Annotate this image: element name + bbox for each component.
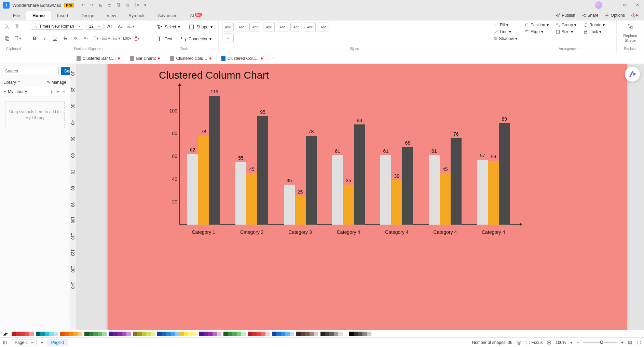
color-swatch[interactable] [320,332,325,336]
style-preset[interactable]: Abc [290,23,302,31]
color-swatch[interactable] [133,332,137,336]
bar[interactable]: 78 [306,136,317,225]
color-swatch[interactable] [102,332,107,336]
replace-shape-label[interactable]: Replace Shape [620,34,640,42]
color-swatch[interactable] [118,332,122,336]
color-swatch[interactable] [252,332,257,336]
font-size-select[interactable]: 12 [86,23,104,30]
menu-tab-symbols[interactable]: Symbols [122,11,152,20]
color-swatch[interactable] [20,332,25,336]
bar[interactable]: 39 [391,180,402,225]
color-swatch[interactable] [296,332,301,336]
color-swatch[interactable] [261,332,265,336]
bold-icon[interactable]: B [31,35,38,42]
color-swatch[interactable] [276,332,281,336]
bar[interactable]: 78 [198,136,209,225]
color-swatch[interactable] [285,332,290,336]
menu-tab-advanced[interactable]: Advanced [152,11,184,20]
color-swatch[interactable] [305,332,310,336]
color-swatch[interactable] [142,332,146,336]
color-swatch[interactable] [354,332,358,336]
color-swatch[interactable] [25,332,29,336]
color-swatch[interactable] [137,332,142,336]
doc-tab[interactable]: Clustered Colu… [165,53,216,64]
color-swatch[interactable] [281,332,285,336]
fit-page-icon[interactable] [628,340,632,345]
align-button[interactable]: Align▾ [524,29,549,34]
maximize-icon[interactable]: ▭ [623,2,628,8]
bar[interactable]: 61 [380,155,391,225]
color-swatch[interactable] [84,332,89,336]
lock-button[interactable]: Lock▾ [583,29,605,34]
color-swatch[interactable] [89,332,93,336]
pages-panel-icon[interactable] [3,340,8,345]
italic-icon[interactable]: I [41,35,49,42]
bar[interactable]: 113 [209,96,220,225]
copy-icon[interactable] [3,35,11,42]
color-swatch[interactable] [45,332,49,336]
cut-icon[interactable] [3,23,11,30]
color-swatch[interactable] [162,332,166,336]
format-painter-icon[interactable] [14,23,21,30]
font-color-icon[interactable]: A▾ [133,35,141,42]
paste-icon[interactable]: ▾ [14,35,21,42]
mylib-import-icon[interactable]: ⭳ [49,89,54,94]
color-swatch[interactable] [60,332,65,336]
zoom-out-icon[interactable]: − [576,340,579,345]
color-swatch[interactable] [223,332,228,336]
bar[interactable]: 62 [187,154,198,225]
style-preset[interactable]: Abc [236,23,247,31]
color-swatch[interactable] [179,332,184,336]
bar[interactable]: 57 [477,160,488,225]
focus-button[interactable]: Focus [525,340,543,345]
line-spacing-icon[interactable]: ▾ [102,35,110,42]
bar[interactable]: 68 [402,147,413,225]
chart-page[interactable]: Clustered Column Chart 20406080100 62781… [108,59,627,330]
color-swatch[interactable] [12,332,16,336]
color-swatch[interactable] [265,332,270,336]
canvas-area[interactable]: -20-100102030405060708090100110120130140… [70,53,644,330]
color-swatch[interactable] [199,332,204,336]
color-swatch[interactable] [146,332,151,336]
line-button[interactable]: Line▾ [494,29,517,34]
presentation-icon[interactable] [547,340,551,345]
zoom-slider[interactable] [583,342,617,343]
undo-icon[interactable]: ↶ [80,2,86,8]
color-swatch[interactable] [93,332,98,336]
qat-more-icon[interactable]: ▾ [142,2,148,8]
menu-tab-ai[interactable]: AIhot [184,11,208,20]
color-swatch[interactable] [113,332,118,336]
user-avatar[interactable] [595,1,602,9]
color-swatch[interactable] [126,332,131,336]
underline-icon[interactable]: U [51,35,59,42]
color-swatch[interactable] [301,332,305,336]
color-swatch[interactable] [40,332,45,336]
strike-icon[interactable]: S [61,35,69,42]
bar[interactable]: 35 [284,185,295,225]
color-swatch[interactable] [166,332,170,336]
color-swatch[interactable] [73,332,78,336]
color-swatch[interactable] [228,332,232,336]
color-swatch[interactable] [49,332,54,336]
color-swatch[interactable] [334,332,338,336]
style-preset[interactable]: Abc [277,23,288,31]
color-swatch[interactable] [349,332,354,336]
color-swatch[interactable] [290,332,294,336]
manage-button[interactable]: ✎ Manage [47,80,66,85]
increase-font-icon[interactable]: A↑ [106,23,114,30]
color-swatch[interactable] [69,332,73,336]
print-icon[interactable]: ⎙ [125,2,130,8]
library-dropdown[interactable]: Library ⌃ [3,80,20,85]
style-preset[interactable]: Abc [304,23,316,31]
rotate-button[interactable]: Rotate▾ [583,23,605,27]
text-tool[interactable]: Text [154,35,175,43]
size-button[interactable]: Size▾ [556,29,576,34]
color-swatch[interactable] [310,332,314,336]
zoom-in-icon[interactable]: + [621,340,624,345]
menu-tab-design[interactable]: Design [74,11,100,20]
align-dropdown-icon[interactable]: ▾ [127,23,134,30]
fill-button[interactable]: Fill▾ [494,23,517,27]
open-icon[interactable]: 🗀 [107,2,112,8]
bullets-icon[interactable]: ▾ [113,35,120,42]
publish-button[interactable]: Publish [556,13,575,18]
